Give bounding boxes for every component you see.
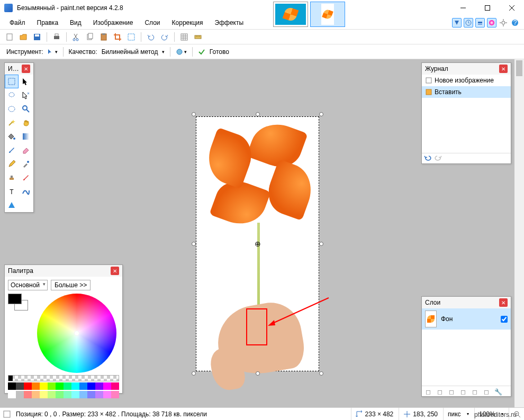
history-item[interactable]: Вставить xyxy=(422,86,511,98)
undo-icon[interactable] xyxy=(146,32,156,42)
info-icon xyxy=(3,410,11,418)
svg-rect-18 xyxy=(54,36,59,39)
svg-point-41 xyxy=(8,106,15,112)
layer-thumb xyxy=(425,311,437,327)
titlebar: Безымянный - paint.net версия 4.2.8 xyxy=(0,0,524,16)
tool-recolor[interactable] xyxy=(19,171,33,185)
color-wheel[interactable] xyxy=(37,294,116,373)
panel-toggle-layers[interactable] xyxy=(475,18,485,28)
sampling-dropdown[interactable]: ▾ xyxy=(176,48,187,56)
tool-shapes[interactable] xyxy=(5,198,19,212)
paste-icon[interactable] xyxy=(98,32,109,42)
save-icon[interactable] xyxy=(32,32,42,42)
main-toolbar xyxy=(0,30,524,44)
svg-point-21 xyxy=(76,39,78,41)
palette-row-1[interactable] xyxy=(8,382,119,390)
history-redo-icon[interactable] xyxy=(435,154,443,163)
fg-bg-swatches[interactable] xyxy=(8,294,30,313)
color-mode-select[interactable]: Основной xyxy=(8,280,48,290)
menu-image[interactable]: Изображение xyxy=(88,17,139,28)
redo-icon[interactable] xyxy=(159,32,170,42)
tool-clone[interactable] xyxy=(5,171,19,185)
svg-rect-48 xyxy=(11,176,13,178)
history-panel-title: Журнал xyxy=(425,65,448,72)
tool-move[interactable] xyxy=(19,88,33,102)
tools-panel: И…✕ T xyxy=(4,62,34,213)
help-icon[interactable]: ? xyxy=(510,18,520,28)
svg-point-13 xyxy=(512,20,518,26)
close-icon[interactable]: ✕ xyxy=(111,267,119,275)
layer-row[interactable]: Фон xyxy=(422,308,511,330)
layer-down-icon[interactable]: ◻ xyxy=(481,387,492,397)
svg-rect-23 xyxy=(88,33,93,39)
tool-gradient[interactable] xyxy=(19,130,33,143)
cut-icon[interactable] xyxy=(71,32,82,42)
tool-zoom[interactable] xyxy=(19,102,33,116)
tool-rect-select[interactable] xyxy=(5,75,19,88)
svg-point-20 xyxy=(73,39,75,41)
vertical-scrollbar[interactable] xyxy=(514,59,524,407)
svg-point-42 xyxy=(23,106,27,110)
close-icon[interactable]: ✕ xyxy=(499,65,508,73)
tool-color-picker[interactable] xyxy=(19,157,33,171)
tool-text[interactable]: T xyxy=(5,185,19,198)
tool-fill[interactable] xyxy=(5,130,19,143)
tool-pan[interactable] xyxy=(19,116,33,130)
grid-icon[interactable] xyxy=(179,32,189,42)
menu-layers[interactable]: Слои xyxy=(139,17,165,28)
menu-adjustments[interactable]: Коррекция xyxy=(167,17,209,28)
layer-visible-checkbox[interactable] xyxy=(501,316,508,323)
panel-toggle-tools[interactable] xyxy=(452,18,462,28)
layer-props-icon[interactable]: 🔧 xyxy=(493,387,503,397)
minimize-button[interactable] xyxy=(451,0,475,16)
menu-effects[interactable]: Эффекты xyxy=(210,17,249,28)
quality-label: Качество: xyxy=(69,48,97,56)
copy-icon[interactable] xyxy=(85,32,95,42)
layer-duplicate-icon[interactable]: ◻ xyxy=(446,387,457,397)
tool-brush[interactable] xyxy=(5,143,19,157)
maximize-button[interactable] xyxy=(475,0,500,16)
tool-ellipse-select[interactable] xyxy=(5,102,19,116)
tool-move-selection[interactable] xyxy=(19,75,33,88)
palette-row-2[interactable] xyxy=(8,391,119,398)
print-icon[interactable] xyxy=(51,32,62,42)
alpha-slider[interactable] xyxy=(8,375,119,381)
tool-lasso[interactable] xyxy=(5,88,19,102)
history-item[interactable]: Новое изображение xyxy=(422,75,511,86)
menu-edit[interactable]: Правка xyxy=(32,17,64,28)
close-button[interactable] xyxy=(500,0,524,16)
tool-pencil[interactable] xyxy=(5,157,19,171)
settings-icon[interactable] xyxy=(499,18,508,28)
tool-magic-wand[interactable] xyxy=(5,116,19,130)
tool-dropdown[interactable]: ▾ xyxy=(48,49,58,55)
history-undo-icon[interactable] xyxy=(424,154,432,163)
svg-rect-26 xyxy=(128,34,134,40)
deselect-icon[interactable] xyxy=(126,32,137,42)
layer-merge-icon[interactable]: ◻ xyxy=(458,387,468,397)
close-icon[interactable]: ✕ xyxy=(499,298,508,307)
svg-line-56 xyxy=(518,415,520,417)
thumbnail-1[interactable] xyxy=(273,2,308,27)
canvas[interactable]: ⊕ xyxy=(196,116,319,371)
unit-dropdown[interactable]: пикс ▾ xyxy=(443,408,469,420)
quality-dropdown[interactable]: Билинейный метод ▾ xyxy=(102,48,165,56)
layer-up-icon[interactable]: ◻ xyxy=(469,387,480,397)
thumbnail-2[interactable] xyxy=(310,2,345,27)
menu-file[interactable]: Файл xyxy=(4,17,31,28)
panel-toggle-colors[interactable] xyxy=(487,18,496,28)
close-icon[interactable]: ✕ xyxy=(22,65,30,73)
colors-panel-title: Палитра xyxy=(8,267,33,275)
layer-add-icon[interactable]: ◻ xyxy=(423,387,433,397)
open-icon[interactable] xyxy=(18,32,29,42)
window-controls xyxy=(451,0,524,16)
ruler-icon[interactable] xyxy=(193,32,203,42)
tool-eraser[interactable] xyxy=(19,143,33,157)
crop-icon[interactable] xyxy=(112,32,123,42)
menu-view[interactable]: Вид xyxy=(65,17,87,28)
layer-delete-icon[interactable]: ◻ xyxy=(435,387,445,397)
new-icon[interactable] xyxy=(4,32,15,42)
tool-line[interactable] xyxy=(19,185,33,198)
panel-toggle-history[interactable] xyxy=(464,18,473,28)
more-button[interactable]: Больше >> xyxy=(51,280,91,290)
selection-handles[interactable]: ⊕ xyxy=(194,114,321,373)
